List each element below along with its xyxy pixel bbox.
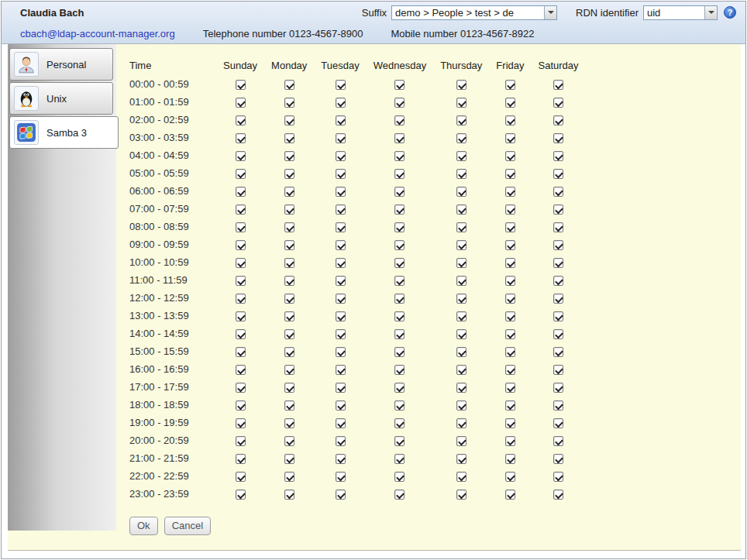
checkbox-sunday-1700[interactable] bbox=[236, 383, 246, 393]
tab-personal[interactable]: Personal bbox=[9, 48, 113, 81]
checkbox-tuesday-0400[interactable] bbox=[336, 151, 346, 161]
checkbox-saturday-1500[interactable] bbox=[553, 347, 563, 357]
email-link[interactable]: cbach@ldap-account-manager.org bbox=[20, 28, 175, 40]
checkbox-monday-0200[interactable] bbox=[284, 115, 294, 125]
checkbox-thursday-0200[interactable] bbox=[456, 115, 466, 125]
checkbox-friday-0200[interactable] bbox=[505, 115, 515, 125]
checkbox-tuesday-1300[interactable] bbox=[336, 311, 346, 321]
checkbox-friday-0900[interactable] bbox=[505, 240, 515, 250]
checkbox-thursday-2100[interactable] bbox=[456, 454, 466, 464]
checkbox-tuesday-2200[interactable] bbox=[336, 472, 346, 482]
checkbox-tuesday-2000[interactable] bbox=[336, 436, 346, 446]
checkbox-saturday-1800[interactable] bbox=[553, 400, 563, 411]
checkbox-wednesday-2000[interactable] bbox=[394, 436, 404, 446]
checkbox-monday-0900[interactable] bbox=[284, 240, 294, 250]
checkbox-tuesday-2100[interactable] bbox=[336, 454, 346, 464]
checkbox-saturday-0800[interactable] bbox=[553, 222, 563, 232]
checkbox-tuesday-0600[interactable] bbox=[336, 187, 346, 197]
checkbox-monday-0100[interactable] bbox=[284, 98, 294, 108]
checkbox-friday-1900[interactable] bbox=[505, 418, 515, 428]
checkbox-friday-0500[interactable] bbox=[505, 169, 515, 179]
cancel-button[interactable]: Cancel bbox=[164, 517, 211, 535]
checkbox-saturday-1300[interactable] bbox=[553, 311, 563, 321]
checkbox-thursday-2000[interactable] bbox=[456, 436, 466, 446]
checkbox-wednesday-1900[interactable] bbox=[394, 418, 404, 428]
rdn-identifier-select[interactable]: uid bbox=[643, 5, 718, 20]
checkbox-monday-2000[interactable] bbox=[284, 436, 294, 446]
checkbox-saturday-1200[interactable] bbox=[553, 294, 563, 304]
checkbox-thursday-1800[interactable] bbox=[456, 400, 466, 411]
checkbox-wednesday-0600[interactable] bbox=[394, 187, 404, 197]
checkbox-thursday-0000[interactable] bbox=[456, 80, 466, 90]
checkbox-tuesday-0200[interactable] bbox=[336, 115, 346, 125]
checkbox-wednesday-1600[interactable] bbox=[394, 365, 404, 375]
checkbox-tuesday-0800[interactable] bbox=[336, 222, 346, 232]
checkbox-monday-1200[interactable] bbox=[284, 294, 294, 304]
checkbox-wednesday-0200[interactable] bbox=[394, 115, 404, 125]
checkbox-monday-1300[interactable] bbox=[284, 311, 294, 321]
checkbox-saturday-0100[interactable] bbox=[553, 98, 563, 108]
checkbox-friday-2300[interactable] bbox=[505, 490, 515, 500]
checkbox-wednesday-0300[interactable] bbox=[394, 133, 404, 143]
checkbox-monday-1400[interactable] bbox=[284, 329, 294, 339]
checkbox-friday-1600[interactable] bbox=[505, 365, 515, 375]
checkbox-saturday-0700[interactable] bbox=[553, 204, 563, 215]
checkbox-monday-2300[interactable] bbox=[284, 490, 294, 500]
checkbox-friday-0000[interactable] bbox=[505, 80, 515, 90]
checkbox-saturday-0500[interactable] bbox=[553, 169, 563, 179]
checkbox-monday-0000[interactable] bbox=[284, 80, 294, 90]
checkbox-monday-1900[interactable] bbox=[284, 418, 294, 428]
checkbox-wednesday-1800[interactable] bbox=[394, 400, 404, 411]
checkbox-friday-1100[interactable] bbox=[505, 276, 515, 286]
checkbox-saturday-0300[interactable] bbox=[553, 133, 563, 143]
checkbox-sunday-1900[interactable] bbox=[236, 418, 246, 428]
checkbox-thursday-1200[interactable] bbox=[456, 294, 466, 304]
checkbox-friday-0400[interactable] bbox=[505, 151, 515, 161]
checkbox-thursday-1400[interactable] bbox=[456, 329, 466, 339]
checkbox-saturday-1100[interactable] bbox=[553, 276, 563, 286]
checkbox-monday-1800[interactable] bbox=[284, 400, 294, 411]
checkbox-tuesday-1400[interactable] bbox=[336, 329, 346, 339]
checkbox-sunday-2200[interactable] bbox=[236, 472, 246, 482]
checkbox-monday-1600[interactable] bbox=[284, 365, 294, 375]
checkbox-sunday-0500[interactable] bbox=[236, 169, 246, 179]
checkbox-sunday-0200[interactable] bbox=[236, 115, 246, 125]
checkbox-thursday-0100[interactable] bbox=[456, 98, 466, 108]
checkbox-friday-1000[interactable] bbox=[505, 258, 515, 268]
checkbox-wednesday-0500[interactable] bbox=[394, 169, 404, 179]
checkbox-wednesday-1000[interactable] bbox=[394, 258, 404, 268]
checkbox-monday-1500[interactable] bbox=[284, 347, 294, 357]
checkbox-friday-2200[interactable] bbox=[505, 472, 515, 482]
checkbox-thursday-0800[interactable] bbox=[456, 222, 466, 232]
checkbox-sunday-2300[interactable] bbox=[236, 490, 246, 500]
checkbox-sunday-1400[interactable] bbox=[236, 329, 246, 339]
checkbox-thursday-0400[interactable] bbox=[456, 151, 466, 161]
checkbox-monday-1700[interactable] bbox=[284, 383, 294, 393]
checkbox-wednesday-0400[interactable] bbox=[394, 151, 404, 161]
checkbox-thursday-1500[interactable] bbox=[456, 347, 466, 357]
checkbox-wednesday-1100[interactable] bbox=[394, 276, 404, 286]
tab-samba3[interactable]: Samba 3 bbox=[9, 116, 119, 149]
checkbox-wednesday-2300[interactable] bbox=[394, 490, 404, 500]
checkbox-tuesday-0500[interactable] bbox=[336, 169, 346, 179]
checkbox-saturday-1600[interactable] bbox=[553, 365, 563, 375]
checkbox-saturday-2000[interactable] bbox=[553, 436, 563, 446]
checkbox-sunday-1100[interactable] bbox=[236, 276, 246, 286]
checkbox-sunday-1500[interactable] bbox=[236, 347, 246, 357]
suffix-select[interactable]: demo > People > test > de bbox=[391, 5, 557, 20]
checkbox-friday-0800[interactable] bbox=[505, 222, 515, 232]
checkbox-tuesday-0900[interactable] bbox=[336, 240, 346, 250]
help-icon[interactable]: ? bbox=[724, 6, 736, 19]
checkbox-monday-0600[interactable] bbox=[284, 187, 294, 197]
checkbox-sunday-0900[interactable] bbox=[236, 240, 246, 250]
checkbox-friday-0300[interactable] bbox=[505, 133, 515, 143]
checkbox-thursday-1600[interactable] bbox=[456, 365, 466, 375]
checkbox-tuesday-0000[interactable] bbox=[336, 80, 346, 90]
checkbox-tuesday-1900[interactable] bbox=[336, 418, 346, 428]
checkbox-tuesday-1700[interactable] bbox=[336, 383, 346, 393]
checkbox-wednesday-0000[interactable] bbox=[394, 80, 404, 90]
checkbox-friday-1500[interactable] bbox=[505, 347, 515, 357]
checkbox-thursday-0300[interactable] bbox=[456, 133, 466, 143]
checkbox-friday-1200[interactable] bbox=[505, 294, 515, 304]
checkbox-thursday-1000[interactable] bbox=[456, 258, 466, 268]
